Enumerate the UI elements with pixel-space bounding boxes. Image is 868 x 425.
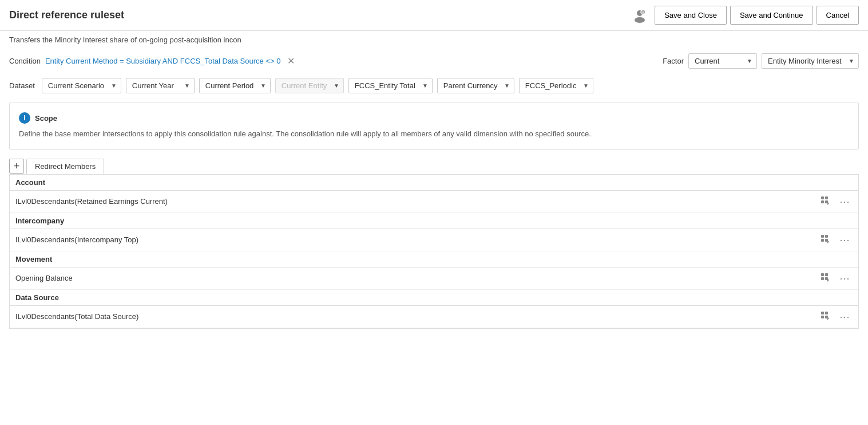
intercompany-row-0-grid-icon[interactable] xyxy=(818,233,833,247)
svg-text:+: + xyxy=(642,11,644,15)
header: Direct reference ruleset + Save and Clos… xyxy=(0,0,868,31)
intercompany-row-0-value: ILvl0Descendants(Intercompany Top) xyxy=(15,235,818,244)
current-year-select[interactable]: Current Year xyxy=(126,78,195,93)
factor-select-1[interactable]: Current xyxy=(688,53,757,69)
add-tab-button[interactable]: + xyxy=(9,159,24,174)
account-row-0: ILvl0Descendants(Retained Earnings Curre… xyxy=(10,191,858,213)
svg-rect-19 xyxy=(821,312,824,314)
account-row-0-grid-icon[interactable] xyxy=(818,194,833,208)
dataset-field-5[interactable]: Parent Currency ▼ xyxy=(437,78,514,93)
page-title: Direct reference ruleset xyxy=(9,9,625,21)
svg-marker-18 xyxy=(827,278,829,282)
movement-row-0-more-button[interactable]: ⋯ xyxy=(837,271,853,286)
svg-rect-10 xyxy=(825,235,828,238)
scope-title: Scope xyxy=(35,114,57,123)
factor-dropdown-1[interactable]: Current ▼ xyxy=(688,53,757,69)
factor-dropdown-2[interactable]: Entity Minority Interest ▼ xyxy=(762,53,859,69)
fccs-entity-total-select[interactable]: FCCS_Entity Total xyxy=(348,78,433,93)
factor-select-2[interactable]: Entity Minority Interest xyxy=(762,53,859,69)
movement-row-0-actions: ⋯ xyxy=(818,271,853,286)
header-buttons: Save and Close Save and Continue Cancel xyxy=(655,6,859,25)
current-period-select[interactable]: Current Period xyxy=(199,78,271,93)
data-source-row-0-actions: ⋯ xyxy=(818,309,853,324)
intercompany-row-0-actions: ⋯ xyxy=(818,233,853,247)
svg-rect-4 xyxy=(821,196,824,199)
movement-group-header: Movement xyxy=(10,251,858,267)
svg-rect-11 xyxy=(821,239,824,242)
intercompany-group-header: Intercompany xyxy=(10,213,858,229)
dataset-field-1[interactable]: Current Year ▼ xyxy=(126,78,195,93)
scope-box: i Scope Define the base member intersect… xyxy=(9,103,859,149)
parent-currency-select[interactable]: Parent Currency xyxy=(437,78,514,93)
condition-close-icon[interactable]: ✕ xyxy=(287,56,295,66)
dataset-row: Dataset Current Scenario ▼ Current Year … xyxy=(0,73,868,98)
dataset-label: Dataset xyxy=(9,81,35,90)
data-source-row-0-grid-icon[interactable] xyxy=(818,309,833,324)
user-icon[interactable]: + xyxy=(631,6,649,25)
factor-section: Factor Current ▼ Entity Minority Interes… xyxy=(663,53,859,69)
tabs-row: + Redirect Members xyxy=(0,154,868,174)
data-source-row-0-more-button[interactable]: ⋯ xyxy=(837,309,853,324)
movement-row-0: Opening Balance ⋯ xyxy=(10,267,858,290)
movement-row-0-grid-icon[interactable] xyxy=(818,271,833,285)
condition-row: Condition Entity Current Method = Subsid… xyxy=(0,49,868,73)
svg-rect-16 xyxy=(821,277,824,280)
scope-description: Define the base member intersections to … xyxy=(19,128,849,140)
current-scenario-select[interactable]: Current Scenario xyxy=(42,78,121,93)
svg-marker-13 xyxy=(827,240,829,243)
fccs-periodic-select[interactable]: FCCS_Periodic xyxy=(519,78,593,93)
subtitle: Transfers the Minority Interest share of… xyxy=(0,31,868,49)
account-row-0-more-button[interactable]: ⋯ xyxy=(837,194,853,209)
condition-label: Condition xyxy=(9,57,41,65)
dataset-field-0[interactable]: Current Scenario ▼ xyxy=(42,78,121,93)
save-continue-button[interactable]: Save and Continue xyxy=(730,6,813,25)
table-section: Account ILvl0Descendants(Retained Earnin… xyxy=(9,174,859,329)
svg-rect-6 xyxy=(821,200,824,203)
svg-rect-20 xyxy=(825,312,828,314)
info-icon: i xyxy=(19,112,30,124)
account-row-0-actions: ⋯ xyxy=(818,194,853,209)
svg-rect-14 xyxy=(821,273,824,276)
factor-label: Factor xyxy=(663,57,684,65)
svg-marker-8 xyxy=(827,202,829,205)
svg-marker-23 xyxy=(827,317,829,320)
current-entity-select[interactable]: Current Entity xyxy=(275,78,344,93)
save-close-button[interactable]: Save and Close xyxy=(655,6,727,25)
dataset-field-3[interactable]: Current Entity ▼ xyxy=(275,78,344,93)
movement-row-0-value: Opening Balance xyxy=(15,274,818,282)
intercompany-row-0: ILvl0Descendants(Intercompany Top) ⋯ xyxy=(10,229,858,251)
redirect-members-tab[interactable]: Redirect Members xyxy=(26,159,104,174)
data-source-group-header: Data Source xyxy=(10,290,858,306)
svg-rect-21 xyxy=(821,316,824,318)
data-source-row-0: ILvl0Descendants(Total Data Source) ⋯ xyxy=(10,306,858,328)
svg-rect-15 xyxy=(825,273,828,276)
scope-header: i Scope xyxy=(19,112,849,124)
dataset-field-4[interactable]: FCCS_Entity Total ▼ xyxy=(348,78,433,93)
intercompany-row-0-more-button[interactable]: ⋯ xyxy=(837,233,853,247)
cancel-button[interactable]: Cancel xyxy=(817,6,859,25)
svg-point-1 xyxy=(635,17,645,23)
svg-rect-9 xyxy=(821,235,824,238)
account-row-0-value: ILvl0Descendants(Retained Earnings Curre… xyxy=(15,197,818,206)
condition-value[interactable]: Entity Current Method = Subsidiary AND F… xyxy=(45,57,281,65)
dataset-field-6[interactable]: FCCS_Periodic ▼ xyxy=(519,78,593,93)
dataset-field-2[interactable]: Current Period ▼ xyxy=(199,78,271,93)
data-source-row-0-value: ILvl0Descendants(Total Data Source) xyxy=(15,312,818,321)
svg-rect-5 xyxy=(825,196,828,199)
account-group-header: Account xyxy=(10,175,858,191)
